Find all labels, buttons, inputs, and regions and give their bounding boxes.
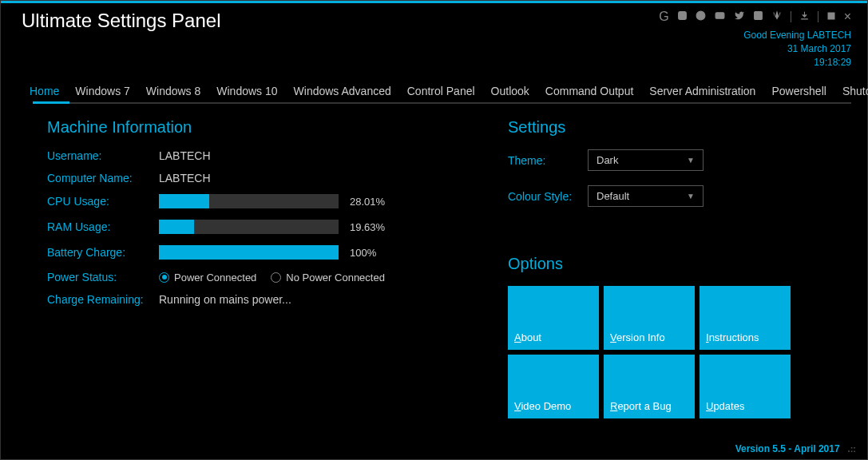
radio-dot bbox=[162, 275, 167, 280]
resize-grip-icon[interactable]: .:: bbox=[848, 444, 856, 454]
cpu-bar bbox=[159, 194, 339, 208]
greeting-block: Good Evening LABTECH 31 March 2017 19:18… bbox=[743, 29, 851, 69]
right-panel: Settings Theme: Dark ▼ Colour Style: Def… bbox=[508, 118, 843, 418]
svg-rect-6 bbox=[828, 13, 834, 19]
cpu-label: CPU Usage: bbox=[47, 195, 159, 208]
cpu-row: CPU Usage: 28.01% bbox=[47, 194, 476, 208]
version-text: Version 5.5 - April 2017 bbox=[735, 443, 840, 454]
tab-windows-advanced[interactable]: Windows Advanced bbox=[286, 80, 399, 102]
ram-bar bbox=[159, 220, 339, 234]
theme-dropdown[interactable]: Dark ▼ bbox=[588, 149, 704, 171]
tab-windows7[interactable]: Windows 7 bbox=[67, 80, 137, 102]
content-area: Machine Information Username: LABTECH Co… bbox=[1, 102, 867, 418]
tile-updates[interactable]: Updates bbox=[700, 355, 791, 418]
cpu-fill bbox=[159, 194, 209, 208]
close-icon[interactable]: × bbox=[844, 10, 851, 24]
header: Ultimate Settings Panel G × Good Evening… bbox=[1, 3, 867, 69]
ram-label: RAM Usage: bbox=[47, 220, 159, 233]
radio-circle bbox=[271, 272, 281, 283]
google-icon[interactable]: G bbox=[659, 10, 668, 24]
tile-label: Instructions bbox=[706, 331, 759, 343]
tile-label: Version Info bbox=[610, 331, 665, 343]
radio-circle-checked bbox=[159, 272, 169, 283]
computer-label: Computer Name: bbox=[47, 172, 159, 184]
tab-powershell[interactable]: Powershell bbox=[763, 80, 834, 102]
tab-windows8[interactable]: Windows 8 bbox=[138, 80, 208, 102]
battery-fill bbox=[159, 245, 339, 260]
username-value: LABTECH bbox=[159, 149, 211, 162]
tab-control-panel[interactable]: Control Panel bbox=[399, 80, 483, 102]
svg-point-1 bbox=[680, 14, 684, 17]
twitter-icon[interactable] bbox=[734, 10, 745, 24]
charge-label: Charge Remaining: bbox=[47, 293, 159, 306]
radio-label: No Power Connected bbox=[286, 272, 385, 284]
chevron-down-icon: ▼ bbox=[687, 192, 695, 200]
greeting-text: Good Evening LABTECH bbox=[743, 29, 851, 42]
left-panel: Machine Information Username: LABTECH Co… bbox=[47, 118, 476, 418]
radio-no-power[interactable]: No Power Connected bbox=[271, 272, 385, 284]
ram-pct: 19.63% bbox=[350, 221, 385, 233]
ram-fill bbox=[159, 220, 194, 234]
chevron-down-icon: ▼ bbox=[687, 156, 695, 165]
tile-label: Video Demo bbox=[514, 400, 571, 412]
username-label: Username: bbox=[47, 149, 159, 162]
tiles-grid: About Version Info Instructions Video De… bbox=[508, 286, 843, 418]
tab-rail bbox=[69, 102, 851, 104]
tile-about[interactable]: About bbox=[508, 286, 599, 350]
charge-value: Running on mains power... bbox=[159, 293, 291, 306]
battery-row: Battery Charge: 100% bbox=[47, 245, 476, 260]
wordpress-icon[interactable] bbox=[771, 10, 783, 24]
divider bbox=[818, 11, 818, 22]
tab-server-admin[interactable]: Server Administration bbox=[641, 80, 763, 102]
power-label: Power Status: bbox=[47, 271, 159, 284]
colour-label: Colour Style: bbox=[508, 190, 588, 203]
battery-label: Battery Charge: bbox=[47, 246, 159, 259]
download-icon[interactable] bbox=[799, 10, 810, 24]
power-radio-group: Power Connected No Power Connected bbox=[159, 272, 385, 284]
tile-label: Report a Bug bbox=[610, 400, 672, 412]
radio-label: Power Connected bbox=[174, 272, 256, 284]
tile-label: Updates bbox=[706, 400, 744, 412]
tile-instructions[interactable]: Instructions bbox=[700, 286, 791, 350]
app-title: Ultimate Settings Panel bbox=[22, 10, 220, 69]
facebook-icon[interactable] bbox=[753, 10, 763, 24]
active-tab-indicator bbox=[33, 101, 69, 104]
pinterest-icon[interactable] bbox=[696, 10, 706, 24]
settings-title: Settings bbox=[508, 118, 843, 137]
svg-point-2 bbox=[684, 13, 685, 14]
tab-command-output[interactable]: Command Output bbox=[537, 80, 642, 102]
power-row: Power Status: Power Connected No Power C… bbox=[47, 271, 476, 284]
options-section: Options About Version Info Instructions … bbox=[508, 255, 843, 418]
ram-row: RAM Usage: 19.63% bbox=[47, 220, 476, 234]
tile-version-info[interactable]: Version Info bbox=[604, 286, 695, 350]
tile-video-demo[interactable]: Video Demo bbox=[508, 355, 599, 418]
date-text: 31 March 2017 bbox=[743, 42, 851, 56]
theme-row: Theme: Dark ▼ bbox=[508, 149, 843, 171]
maximize-icon[interactable] bbox=[826, 10, 836, 24]
social-bar: G × bbox=[659, 10, 851, 24]
time-text: 19:18:29 bbox=[743, 56, 851, 69]
colour-value: Default bbox=[597, 190, 629, 202]
cpu-pct: 28.01% bbox=[350, 196, 385, 208]
battery-bar bbox=[159, 245, 339, 260]
colour-dropdown[interactable]: Default ▼ bbox=[588, 185, 704, 207]
tab-home[interactable]: Home bbox=[22, 80, 67, 102]
header-right: G × Good Evening LABTECH 31 March 2017 1… bbox=[659, 10, 851, 69]
tile-report-bug[interactable]: Report a Bug bbox=[604, 355, 695, 418]
tab-bar: Home Windows 7 Windows 8 Windows 10 Wind… bbox=[22, 80, 851, 102]
radio-power-connected[interactable]: Power Connected bbox=[159, 272, 256, 284]
divider bbox=[791, 11, 791, 22]
tab-shutdown[interactable]: Shutdown O bbox=[834, 80, 868, 102]
instagram-icon[interactable] bbox=[677, 10, 688, 24]
computer-row: Computer Name: LABTECH bbox=[47, 172, 476, 184]
tile-label: About bbox=[514, 331, 541, 343]
footer: Version 5.5 - April 2017 .:: bbox=[735, 443, 856, 454]
youtube-icon[interactable] bbox=[714, 10, 726, 24]
tab-windows10[interactable]: Windows 10 bbox=[208, 80, 285, 102]
theme-label: Theme: bbox=[508, 154, 588, 167]
charge-row: Charge Remaining: Running on mains power… bbox=[47, 293, 476, 306]
tab-outlook[interactable]: Outlook bbox=[483, 80, 537, 102]
computer-value: LABTECH bbox=[159, 172, 211, 184]
app-window: Ultimate Settings Panel G × Good Evening… bbox=[0, 0, 868, 460]
colour-row: Colour Style: Default ▼ bbox=[508, 185, 843, 207]
